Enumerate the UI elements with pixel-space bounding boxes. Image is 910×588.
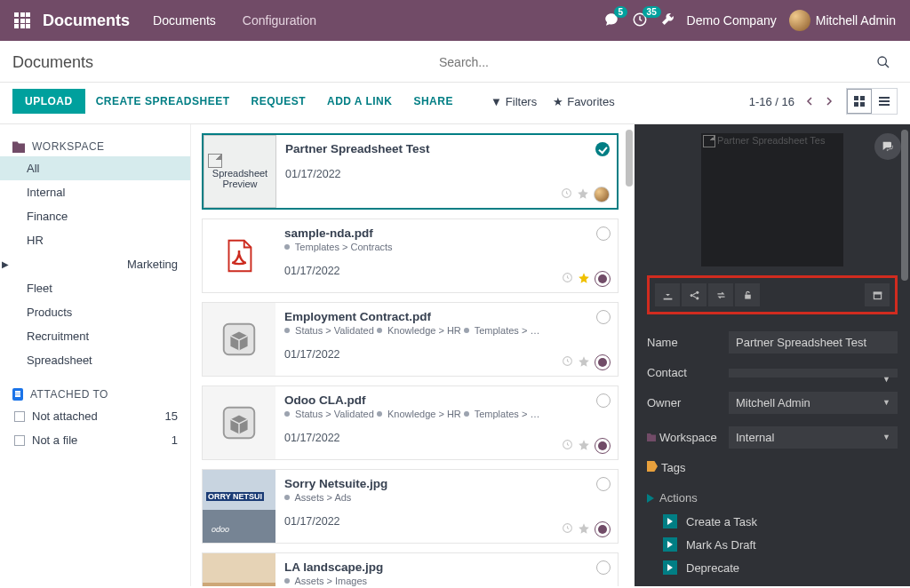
document-card[interactable]: odooSorry Netsuite.jpg Assets > Ads01/17… <box>202 469 619 544</box>
sidebar-item-products[interactable]: Products <box>0 300 190 324</box>
select-toggle[interactable] <box>596 226 611 241</box>
add-link-button[interactable]: ADD A LINK <box>316 89 403 114</box>
contact-field[interactable] <box>729 369 898 377</box>
svg-point-18 <box>696 290 698 293</box>
action-deprecate[interactable]: Deprecate <box>647 556 898 579</box>
sidebar-item-marketing[interactable]: ▶Marketing <box>0 252 190 276</box>
owner-field[interactable]: Mitchell Admin <box>729 392 898 414</box>
share-button[interactable] <box>682 283 706 306</box>
company-name[interactable]: Demo Company <box>687 13 777 28</box>
filter-not-a-file[interactable]: Not a file1 <box>0 428 190 452</box>
lock-button[interactable] <box>735 283 760 306</box>
sidebar-item-spreadsheet[interactable]: Spreadsheet <box>0 348 190 372</box>
favorite-icon[interactable] <box>578 272 590 287</box>
box-thumb <box>203 386 275 459</box>
search-icon[interactable] <box>876 55 890 69</box>
favorite-icon[interactable] <box>578 355 590 370</box>
owner-avatar <box>595 438 611 454</box>
create-spreadsheet-button[interactable]: CREATE SPREADSHEET <box>85 89 241 114</box>
debug-icon[interactable] <box>660 12 675 29</box>
scrollbar[interactable] <box>901 130 908 281</box>
detail-panel: Partner Spreadsheet Tes NamePartner Spre… <box>635 124 910 586</box>
svg-point-17 <box>690 293 692 296</box>
image-thumb <box>203 553 275 586</box>
card-tags: Assets > Ads <box>284 492 547 503</box>
document-card[interactable]: LA landscape.jpg Assets > Images <box>202 552 619 586</box>
upload-button[interactable]: UPLOAD <box>12 89 85 114</box>
kanban-view-button[interactable] <box>847 89 872 114</box>
workspace-field[interactable]: Internal <box>729 426 898 449</box>
search-input[interactable] <box>435 50 898 75</box>
filter-not-attached[interactable]: Not attached15 <box>0 404 190 428</box>
pager-next[interactable] <box>825 97 834 106</box>
sidebar-item-recruitment[interactable]: Recruitment <box>0 324 190 348</box>
activity-icon[interactable] <box>561 187 572 202</box>
sidebar-item-hr[interactable]: HR <box>0 228 190 252</box>
select-toggle[interactable] <box>596 310 611 324</box>
spreadsheet-thumb: Spreadsheet Preview <box>204 135 276 208</box>
action-mark-draft[interactable]: Mark As Draft <box>647 533 898 556</box>
share-button[interactable]: SHARE <box>403 89 464 114</box>
request-button[interactable]: REQUEST <box>240 89 316 114</box>
archive-button[interactable] <box>865 283 890 306</box>
image-thumb: odoo <box>203 470 275 543</box>
document-card[interactable]: Employment Contract.pdf Status > Validat… <box>202 302 619 377</box>
header: Documents <box>0 41 910 83</box>
sidebar-item-fleet[interactable]: Fleet <box>0 276 190 300</box>
sidebar: WORKSPACE All Internal Finance HR ▶Marke… <box>0 124 191 586</box>
favorite-icon[interactable] <box>578 522 590 537</box>
document-card[interactable]: sample-nda.pdf Templates > Contracts01/1… <box>202 219 619 293</box>
document-preview[interactable]: Partner Spreadsheet Tes <box>701 133 843 266</box>
list-view-button[interactable] <box>872 89 897 114</box>
download-button[interactable] <box>655 283 680 306</box>
pager-prev[interactable] <box>805 97 814 106</box>
select-toggle[interactable] <box>596 560 611 575</box>
owner-label: Owner <box>647 396 729 409</box>
replace-button[interactable] <box>708 283 733 306</box>
activity-icon[interactable] <box>562 355 573 369</box>
apps-icon[interactable] <box>14 12 30 28</box>
card-title: Sorry Netsuite.jpg <box>284 477 547 490</box>
select-toggle[interactable] <box>596 477 611 491</box>
favorite-icon[interactable] <box>577 187 589 203</box>
favorites-dropdown[interactable]: ★ Favorites <box>553 95 614 108</box>
name-label: Name <box>647 336 729 349</box>
sidebar-item-finance[interactable]: Finance <box>0 204 190 228</box>
messages-icon[interactable]: 5 <box>603 12 619 30</box>
sidebar-item-internal[interactable]: Internal <box>0 180 190 204</box>
box-thumb <box>203 303 275 376</box>
scrollbar[interactable] <box>626 130 633 187</box>
owner-avatar <box>594 187 610 203</box>
checkbox-icon <box>14 435 25 446</box>
document-card[interactable]: Spreadsheet PreviewPartner Spreadsheet T… <box>202 133 619 210</box>
filters-dropdown[interactable]: ▼ Filters <box>491 95 537 108</box>
owner-avatar <box>595 354 611 370</box>
card-title: Odoo CLA.pdf <box>284 393 547 407</box>
user-name: Mitchell Admin <box>816 13 896 28</box>
svg-rect-7 <box>879 100 890 102</box>
avatar <box>789 10 810 31</box>
select-toggle[interactable] <box>596 393 611 408</box>
chatter-icon[interactable] <box>874 133 901 160</box>
user-menu[interactable]: Mitchell Admin <box>789 10 896 31</box>
activity-icon[interactable] <box>562 439 573 453</box>
owner-avatar <box>595 521 611 537</box>
nav-configuration[interactable]: Configuration <box>243 13 316 28</box>
card-tags: Status > Validated Knowledge > HR Templa… <box>284 325 547 336</box>
name-field[interactable]: Partner Spreadsheet Test <box>729 331 898 354</box>
activities-icon[interactable]: 35 <box>632 12 648 30</box>
activity-icon[interactable] <box>562 522 573 536</box>
action-create-task[interactable]: Create a Task <box>647 510 898 533</box>
view-switch <box>846 88 898 115</box>
messages-badge: 5 <box>614 6 628 18</box>
contact-label: Contact <box>647 366 729 379</box>
card-title: sample-nda.pdf <box>284 226 547 240</box>
sidebar-item-all[interactable]: All <box>0 156 190 180</box>
svg-rect-6 <box>879 97 890 99</box>
favorite-icon[interactable] <box>578 439 590 454</box>
activity-icon[interactable] <box>562 272 573 286</box>
select-toggle[interactable] <box>595 142 610 156</box>
svg-rect-5 <box>860 102 865 107</box>
nav-documents[interactable]: Documents <box>153 13 216 28</box>
document-card[interactable]: Odoo CLA.pdf Status > Validated Knowledg… <box>202 385 619 460</box>
